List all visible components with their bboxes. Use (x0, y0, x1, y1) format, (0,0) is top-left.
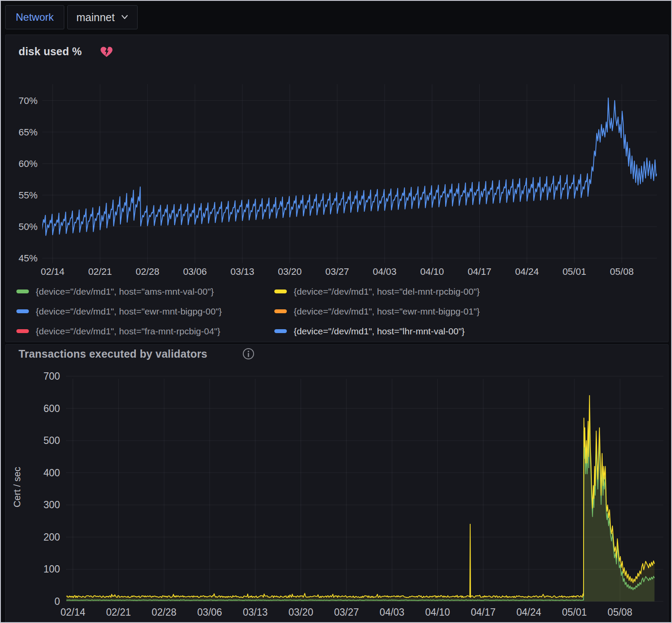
svg-text:400: 400 (44, 467, 60, 478)
svg-text:04/24: 04/24 (515, 266, 539, 277)
legend-series-color (274, 329, 287, 333)
svg-text:04/10: 04/10 (425, 607, 450, 618)
svg-text:02/14: 02/14 (41, 266, 64, 277)
svg-text:04/03: 04/03 (380, 607, 405, 618)
svg-text:04/17: 04/17 (468, 266, 491, 277)
svg-text:03/20: 03/20 (289, 607, 314, 618)
network-variable-label-text: Network (16, 11, 53, 23)
transactions-panel: Transactions executed by validators 0100… (5, 344, 669, 623)
legend-series-label: {device="/dev/md1", host="ewr-mnt-bigpg-… (36, 306, 222, 317)
svg-text:50%: 50% (19, 221, 38, 232)
transactions-chart[interactable]: 010020030040050060070002/1402/2102/2803/… (6, 345, 668, 623)
svg-text:05/08: 05/08 (610, 266, 634, 277)
legend-item[interactable]: {device="/dev/md1", host="ewr-mnt-bigpg-… (274, 304, 661, 319)
svg-text:02/28: 02/28 (152, 607, 177, 618)
svg-text:03/27: 03/27 (334, 607, 359, 618)
legend-series-color (274, 289, 287, 293)
svg-text:05/08: 05/08 (608, 607, 633, 618)
legend-series-label: {device="/dev/md1", host="del-mnt-rpcbig… (294, 286, 480, 297)
svg-text:02/14: 02/14 (60, 607, 85, 618)
svg-text:03/20: 03/20 (278, 266, 301, 277)
svg-text:05/01: 05/01 (562, 607, 587, 618)
disk-used-chart[interactable]: 45%50%55%60%65%70%02/1402/2102/2803/0603… (6, 35, 668, 283)
svg-text:03/13: 03/13 (243, 607, 268, 618)
legend-series-label: {device="/dev/md1", host="ewr-mnt-bigpg-… (294, 306, 480, 317)
legend-series-label: {device="/dev/md1", host="lhr-mnt-val-00… (294, 326, 465, 337)
legend-item[interactable]: {device="/dev/md1", host="del-mnt-rpcbig… (274, 284, 661, 299)
legend-item[interactable]: {device="/dev/md1", host="ams-mnt-val-00… (16, 284, 274, 299)
svg-text:02/21: 02/21 (106, 607, 131, 618)
disk-used-legend: {device="/dev/md1", host="ams-mnt-val-00… (16, 284, 661, 339)
legend-item[interactable]: {device="/dev/md1", host="fra-mnt-rpcbig… (16, 324, 274, 339)
legend-series-color (16, 329, 29, 333)
legend-series-color (16, 289, 29, 293)
network-variable-value: mainnet (76, 11, 115, 24)
legend-item[interactable]: {device="/dev/md1", host="lhr-mnt-val-00… (274, 324, 661, 339)
legend-item[interactable]: {device="/dev/md1", host="ewr-mnt-bigpg-… (16, 304, 274, 319)
network-variable-label[interactable]: Network (5, 5, 64, 29)
svg-text:700: 700 (44, 371, 60, 382)
svg-text:03/27: 03/27 (325, 266, 349, 277)
dashboard-toolbar: Network mainnet (1, 1, 671, 35)
svg-text:65%: 65% (19, 127, 38, 138)
svg-text:03/06: 03/06 (183, 266, 207, 277)
legend-series-color (16, 309, 29, 313)
svg-text:200: 200 (44, 532, 60, 543)
svg-text:45%: 45% (19, 253, 38, 264)
svg-text:60%: 60% (19, 158, 38, 169)
legend-series-color (274, 309, 287, 313)
svg-text:04/17: 04/17 (471, 607, 496, 618)
svg-text:0: 0 (54, 596, 60, 607)
svg-text:600: 600 (44, 403, 60, 414)
legend-series-label: {device="/dev/md1", host="fra-mnt-rpcbig… (36, 326, 220, 337)
svg-text:04/03: 04/03 (373, 266, 396, 277)
svg-text:300: 300 (44, 499, 60, 510)
chevron-down-icon (121, 14, 129, 20)
disk-used-panel: disk used % 45%50%55%60%65%70%02/1402/21… (5, 35, 669, 342)
svg-text:100: 100 (44, 563, 60, 575)
svg-text:02/21: 02/21 (88, 266, 112, 277)
legend-series-label: {device="/dev/md1", host="ams-mnt-val-00… (36, 286, 214, 297)
network-variable-dropdown[interactable]: mainnet (67, 5, 138, 29)
svg-text:70%: 70% (19, 95, 38, 106)
grafana-dashboard: Network mainnet disk used % 45%50%55%60%… (0, 0, 672, 623)
svg-text:04/10: 04/10 (420, 266, 444, 277)
svg-text:Cert / sec: Cert / sec (12, 467, 22, 507)
svg-text:55%: 55% (19, 190, 38, 201)
svg-text:03/13: 03/13 (230, 266, 254, 277)
svg-text:03/06: 03/06 (197, 607, 222, 618)
svg-text:02/28: 02/28 (135, 266, 159, 277)
svg-text:04/24: 04/24 (516, 607, 541, 618)
svg-text:05/01: 05/01 (562, 266, 586, 277)
svg-text:500: 500 (44, 435, 60, 446)
